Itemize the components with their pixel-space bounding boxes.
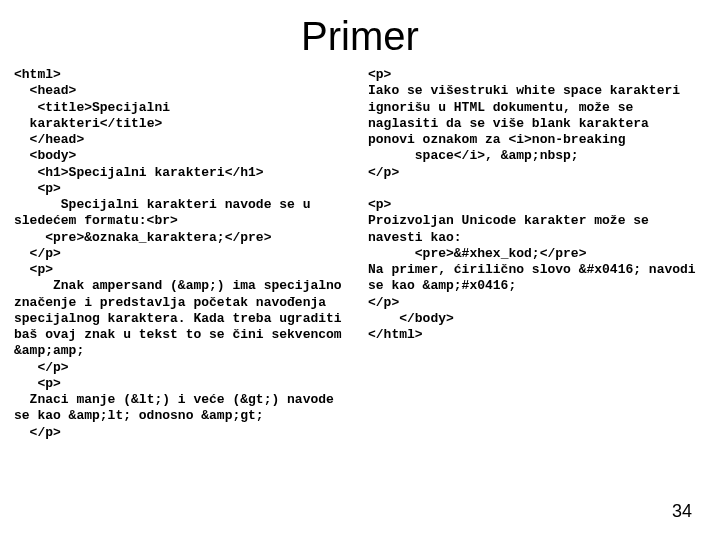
slide-title: Primer	[0, 14, 720, 59]
right-column: <p> Iako se višestruki white space karak…	[368, 67, 700, 441]
left-column: <html> <head> <title>Specijalni karakter…	[14, 67, 346, 441]
content-columns: <html> <head> <title>Specijalni karakter…	[0, 67, 720, 441]
page-number: 34	[672, 501, 692, 522]
